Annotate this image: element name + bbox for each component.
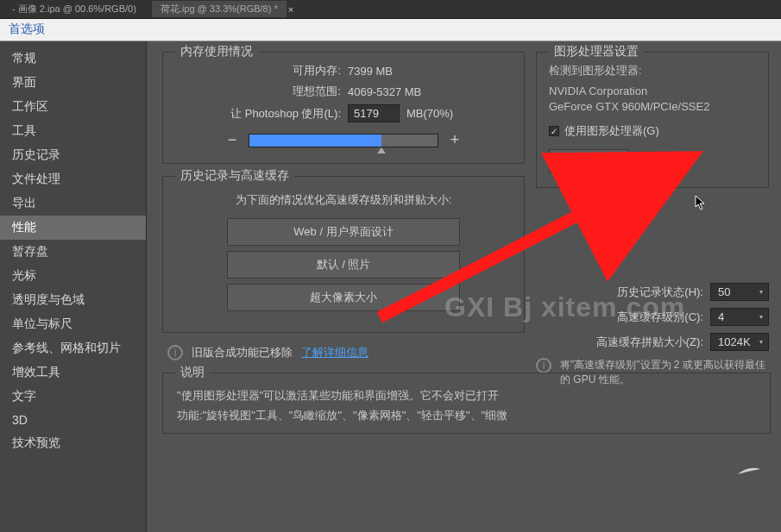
history-cache-group: 历史记录与高速缓存 为下面的情况优化高速缓存级别和拼贴大小: Web / 用户界… <box>162 176 525 333</box>
doc-tab-close-icon[interactable]: × <box>287 4 295 15</box>
use-gpu-label[interactable]: 使用图形处理器(G) <box>564 123 659 139</box>
memory-usage-group: 内存使用情况 可用内存: 7399 MB 理想范围: 4069-5327 MB … <box>162 52 525 164</box>
history-states-select[interactable]: 50 ▾ <box>710 283 769 301</box>
info-icon: i <box>167 345 183 360</box>
preset-default-button[interactable]: 默认 / 照片 <box>227 251 460 279</box>
history-states-value: 50 <box>715 285 759 298</box>
sidebar-item-5[interactable]: 文件处理 <box>0 167 146 191</box>
cache-levels-select[interactable]: 4 ▾ <box>710 308 769 326</box>
explain-line-1: "使用图形处理器"可以激活某些功能和界面增强。它不会对已打开 <box>177 385 756 405</box>
memory-legend: 内存使用情况 <box>175 44 258 59</box>
sidebar-item-1[interactable]: 界面 <box>0 71 146 95</box>
legacy-removed-text: 旧版合成功能已移除 <box>192 345 293 360</box>
doc-tab-2[interactable]: 荷花.ipg @ 33.3%(RGB/8) * <box>152 1 287 17</box>
avail-mem-value: 7399 MB <box>348 65 393 78</box>
history-desc: 为下面的情况优化高速缓存级别和拼贴大小: <box>177 192 510 208</box>
sidebar-item-13[interactable]: 增效工具 <box>0 360 146 385</box>
tile-size-select[interactable]: 1024K ▾ <box>710 333 769 351</box>
gpu-vendor: NVIDIA Corporation <box>549 84 756 99</box>
gpu-device: GeForce GTX 960M/PCIe/SSE2 <box>549 99 756 115</box>
memory-slider-fill <box>249 135 381 147</box>
sidebar-item-16[interactable]: 技术预览 <box>0 431 146 455</box>
history-legend: 历史记录与高速缓存 <box>175 168 294 184</box>
document-tabs: - 画像 2.ipa @ 00.6%/RGB/0) 荷花.ipg @ 33.3%… <box>0 0 781 19</box>
gpu-legend: 图形处理器设置 <box>549 44 644 59</box>
use-gpu-checkbox[interactable] <box>549 126 559 136</box>
memory-slider[interactable] <box>249 134 438 147</box>
memory-slider-thumb[interactable] <box>377 147 386 153</box>
sidebar-item-7[interactable]: 性能 <box>0 216 146 240</box>
explain-line-2: 功能:"旋转视图"工具、"鸟瞰缩放"、"像素网格"、"轻击平移"、"细微 <box>177 405 756 425</box>
tile-size-value: 1024K <box>715 335 759 348</box>
explain-legend: 说明 <box>175 365 210 380</box>
sidebar-item-8[interactable]: 暂存盘 <box>0 240 146 264</box>
doc-tab-1[interactable]: - 画像 2.ipa @ 00.6%/RGB/0) <box>3 1 145 17</box>
chevron-down-icon: ▾ <box>759 288 765 296</box>
pointer-cursor-icon <box>695 195 709 212</box>
sidebar-item-11[interactable]: 单位与标尺 <box>0 312 146 336</box>
sidebar-item-12[interactable]: 参考线、网格和切片 <box>0 336 146 360</box>
preset-web-button[interactable]: Web / 用户界面设计 <box>227 218 460 246</box>
sidebar-item-9[interactable]: 光标 <box>0 264 146 288</box>
sidebar-item-10[interactable]: 透明度与色域 <box>0 288 146 312</box>
tile-size-label: 高速缓存拼贴大小(Z): <box>596 335 703 350</box>
dialog-title: 首选项 <box>0 19 781 41</box>
ideal-range-label: 理想范围: <box>177 84 341 99</box>
sidebar-item-14[interactable]: 文字 <box>0 385 146 409</box>
sidebar-item-6[interactable]: 导出 <box>0 191 146 216</box>
sidebar-item-15[interactable]: 3D <box>0 409 146 431</box>
preferences-sidebar: 常规界面工作区工具历史记录文件处理导出性能暂存盘光标透明度与色域单位与标尺参考线… <box>0 41 147 532</box>
history-states-label: 历史记录状态(H): <box>617 285 703 300</box>
chevron-down-icon: ▾ <box>759 338 765 346</box>
gpu-settings-group: 图形处理器设置 检测到图形处理器: NVIDIA Corporation GeF… <box>536 52 769 188</box>
avail-mem-label: 可用内存: <box>177 63 341 78</box>
sidebar-item-2[interactable]: 工作区 <box>0 95 146 119</box>
sidebar-item-4[interactable]: 历史记录 <box>0 143 146 167</box>
cache-levels-label: 高速缓存级别(C): <box>617 310 703 325</box>
sidebar-item-0[interactable]: 常规 <box>0 47 146 71</box>
chevron-down-icon: ▾ <box>759 313 765 321</box>
history-controls: 历史记录状态(H): 50 ▾ 高速缓存级别(C): 4 ▾ 高速缓存拼贴大小(… <box>536 283 769 387</box>
swoosh-icon <box>736 466 762 478</box>
explain-group: 说明 "使用图形处理器"可以激活某些功能和界面增强。它不会对已打开 功能:"旋转… <box>162 372 771 434</box>
preset-huge-button[interactable]: 超大像素大小 <box>227 284 460 311</box>
learn-more-link[interactable]: 了解详细信息 <box>301 345 368 360</box>
sidebar-item-3[interactable]: 工具 <box>0 119 146 143</box>
gpu-detected-label: 检测到图形处理器: <box>549 63 756 78</box>
gpu-advanced-button[interactable]: 高级设置... <box>549 149 629 173</box>
memory-increase-button[interactable]: + <box>449 131 461 149</box>
ps-use-label: 让 Photoshop 使用(L): <box>177 106 341 122</box>
info-icon: i <box>536 358 551 373</box>
memory-decrease-button[interactable]: − <box>226 131 238 149</box>
ps-use-suffix: MB(70%) <box>406 107 453 120</box>
cache-levels-value: 4 <box>715 310 759 323</box>
ideal-range-value: 4069-5327 MB <box>348 85 421 98</box>
preferences-content: 内存使用情况 可用内存: 7399 MB 理想范围: 4069-5327 MB … <box>147 41 781 532</box>
ps-use-input[interactable] <box>348 104 400 122</box>
